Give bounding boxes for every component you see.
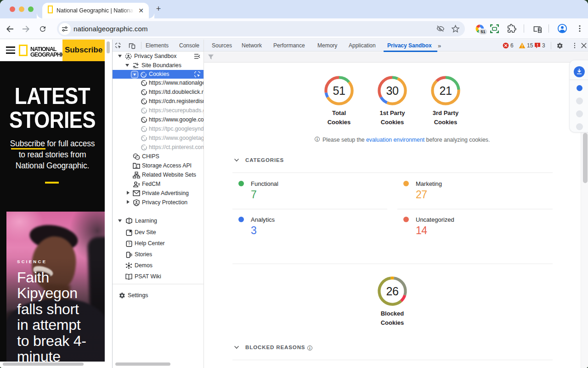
svg-text:?: ? <box>128 242 130 246</box>
